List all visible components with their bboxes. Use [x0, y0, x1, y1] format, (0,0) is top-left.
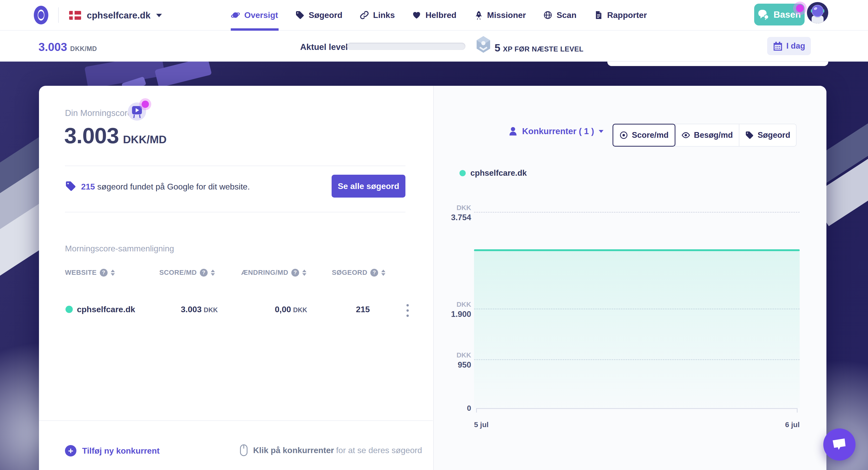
- tick-value: 1.900: [434, 310, 471, 318]
- help-icon[interactable]: ?: [100, 269, 107, 276]
- heart-icon: [412, 10, 421, 20]
- nav-label: Helbred: [426, 10, 456, 20]
- tick-value: 950: [434, 361, 471, 369]
- hint-text: Klik på konkurrenterfor at se deres søge…: [253, 446, 422, 455]
- speech-bubble-icon: [832, 438, 847, 451]
- help-icon[interactable]: ?: [200, 269, 208, 276]
- tab-sogeord[interactable]: Søgeord: [739, 124, 797, 147]
- competitors-dropdown[interactable]: Konkurrenter ( 1 ): [508, 126, 603, 136]
- row-score: 3.003DKK: [159, 305, 218, 314]
- row-change-value: 0,00: [275, 305, 291, 314]
- astronaut-illustration: [807, 2, 828, 23]
- chevron-down-icon: [599, 130, 603, 133]
- mouse-icon: [240, 444, 248, 457]
- morningscore-value: 3.003 DKK/MD: [64, 123, 166, 148]
- tick-unit: DKK: [434, 204, 471, 211]
- person-icon: [508, 126, 518, 136]
- dismissed-toast-edge: [607, 62, 828, 66]
- main-nav: Oversigt Søgeord Links Helbred: [231, 0, 647, 30]
- divider: [65, 166, 405, 166]
- tick-unit: DKK: [434, 301, 471, 308]
- row-website: cphselfcare.dk: [77, 305, 135, 314]
- tab-besog-md[interactable]: Besøg/md: [675, 124, 739, 147]
- row-change-unit: DKK: [293, 306, 307, 314]
- nav-missioner[interactable]: Missioner: [473, 10, 526, 20]
- series-line: [474, 249, 800, 251]
- divider: [58, 7, 59, 23]
- nav-label: Links: [373, 10, 395, 20]
- nav-links[interactable]: Links: [360, 10, 395, 20]
- nav-label: Søgeord: [309, 10, 343, 20]
- column-label: SØGEORD: [332, 268, 367, 276]
- row-menu-icon[interactable]: [402, 302, 413, 319]
- column-header-score[interactable]: SCORE/MD ?: [159, 268, 215, 276]
- score-section-title: Din Morningscore: [65, 108, 132, 118]
- nav-label: Missioner: [487, 10, 526, 20]
- notification-dot: [139, 98, 151, 110]
- x-axis-line: [476, 408, 798, 409]
- score-number: 3.003: [64, 123, 119, 148]
- denmark-flag-icon: [69, 11, 81, 20]
- active-tab-underline: [231, 28, 279, 31]
- plus-icon: +: [65, 445, 76, 457]
- morningscore-dashboard: Din Morningscore 3.003 DKK/MD 215 søgeor…: [0, 0, 868, 470]
- nav-helbred[interactable]: Helbred: [412, 10, 456, 20]
- column-header-change[interactable]: ÆNDRING/MD ?: [241, 268, 306, 276]
- date-range-button[interactable]: I dag: [767, 37, 811, 55]
- row-score-value: 3.003: [181, 305, 202, 314]
- nav-label: Oversigt: [244, 10, 278, 20]
- column-label: WEBSITE: [65, 268, 97, 276]
- add-competitor-button[interactable]: + Tilføj ny konkurrent: [65, 445, 160, 457]
- site-selector[interactable]: cphselfcare.dk: [69, 6, 162, 24]
- column-header-keywords[interactable]: SØGEORD ?: [332, 268, 385, 276]
- tab-score-md[interactable]: Score/md: [613, 124, 675, 147]
- nav-sogeord[interactable]: Søgeord: [295, 10, 343, 20]
- sort-icon[interactable]: [111, 270, 115, 276]
- tab-label: Besøg/md: [694, 130, 733, 140]
- chat-bubbles-icon: [758, 9, 769, 20]
- target-icon: [619, 131, 628, 140]
- eye-icon: [681, 131, 690, 140]
- score-unit: DKK/MD: [123, 134, 166, 146]
- competitors-label: Konkurrenter ( 1 ): [522, 126, 594, 136]
- table-row[interactable]: cphselfcare.dk 3.003DKK 0,00DKK 215: [39, 301, 433, 319]
- support-chat-button[interactable]: [823, 429, 856, 461]
- level-progress-bar[interactable]: [347, 42, 465, 50]
- legend-color-dot: [460, 170, 466, 176]
- competitor-chart-panel: Konkurrenter ( 1 ) Score/md Besøg/md: [433, 86, 827, 470]
- series-area-fill: [474, 251, 800, 408]
- tick-value: 3.754: [434, 213, 471, 222]
- avatar[interactable]: [807, 2, 828, 23]
- nav-oversigt[interactable]: Oversigt: [231, 10, 278, 20]
- xp-status: 5 XP FØR NÆSTE LEVEL: [495, 42, 583, 54]
- morningscore-logo[interactable]: [34, 6, 48, 24]
- globe-icon: [543, 10, 553, 20]
- overview-card: Din Morningscore 3.003 DKK/MD 215 søgeor…: [39, 86, 827, 470]
- date-range-label: I dag: [786, 41, 805, 51]
- tab-label: Søgeord: [757, 130, 790, 140]
- x-tick: 6 jul: [785, 421, 800, 429]
- keywords-label: søgeord fundet på Google for dit website…: [97, 182, 250, 191]
- sort-icon[interactable]: [381, 270, 385, 276]
- see-all-keywords-button[interactable]: Se alle søgeord: [332, 175, 405, 198]
- nav-rapporter[interactable]: Rapporter: [594, 10, 647, 20]
- nav-scan[interactable]: Scan: [543, 10, 577, 20]
- help-icon[interactable]: ?: [291, 269, 299, 276]
- keywords-found-text: 215 søgeord fundet på Google for dit web…: [81, 182, 250, 192]
- gridline: [474, 212, 800, 213]
- status-bar: 3.003 DKK/MD Aktuel level 5 XP FØR NÆSTE…: [0, 31, 868, 62]
- add-competitor-label: Tilføj ny konkurrent: [82, 446, 160, 456]
- column-label: SCORE/MD: [159, 268, 197, 276]
- column-header-website[interactable]: WEBSITE ?: [65, 268, 115, 276]
- sort-icon[interactable]: [211, 270, 215, 276]
- row-keywords: 215: [332, 305, 370, 314]
- sort-icon[interactable]: [302, 270, 306, 276]
- row-change: 0,00DKK: [241, 305, 307, 314]
- tag-icon: [745, 131, 754, 140]
- keywords-summary-row: 215 søgeord fundet på Google for dit web…: [65, 175, 405, 198]
- legend-item[interactable]: cphselfcare.dk: [460, 169, 527, 178]
- series-color-dot: [65, 306, 73, 313]
- level-badge-icon: [476, 36, 491, 53]
- help-icon[interactable]: ?: [370, 269, 378, 276]
- nav-label: Scan: [557, 10, 577, 20]
